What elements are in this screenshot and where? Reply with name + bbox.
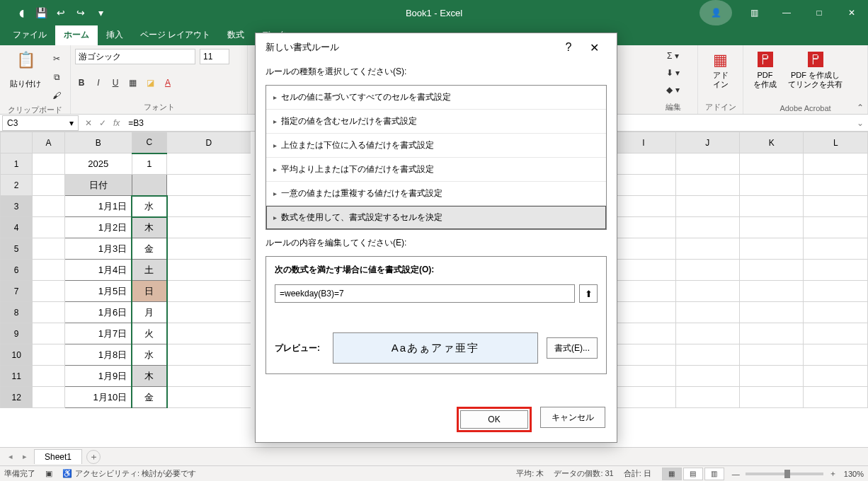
dialog-close-icon[interactable]: ✕ <box>581 41 607 54</box>
rule-type-item[interactable]: 上位または下位に入る値だけを書式設定 <box>266 134 606 158</box>
range-picker-icon[interactable]: ⬆ <box>579 284 598 303</box>
row-header[interactable]: 4 <box>1 217 33 238</box>
ribbon-mode-icon[interactable]: ▥ <box>738 0 770 25</box>
font-name-select[interactable] <box>75 49 195 64</box>
view-normal-button[interactable]: ▦ <box>662 468 682 480</box>
row-header[interactable]: 12 <box>1 387 33 408</box>
row-header[interactable]: 5 <box>1 238 33 260</box>
cell[interactable]: 1 <box>132 153 167 175</box>
cell[interactable]: 1月6日 <box>64 302 132 323</box>
paste-button[interactable]: 📋 貼り付け <box>4 48 47 103</box>
sheet-nav-prev-icon[interactable]: ◂ <box>6 452 16 461</box>
underline-button[interactable]: U <box>109 75 122 91</box>
column-header[interactable]: C <box>132 132 167 153</box>
zoom-level[interactable]: 130% <box>844 470 864 478</box>
border-button[interactable]: ▦ <box>126 75 139 91</box>
accessibility-icon[interactable]: ♿ <box>62 469 72 478</box>
font-size-select[interactable] <box>200 49 229 64</box>
cell[interactable]: 木 <box>132 217 167 238</box>
addins-button[interactable]: ▦ アド イン <box>702 48 738 92</box>
save-icon[interactable]: 💾 <box>33 4 50 21</box>
tab-formulas[interactable]: 数式 <box>219 25 253 45</box>
row-header[interactable]: 8 <box>1 302 33 323</box>
ok-button[interactable]: OK <box>460 410 528 429</box>
zoom-slider[interactable] <box>746 473 823 475</box>
dialog-help-icon[interactable]: ? <box>556 41 581 54</box>
sheet-tab[interactable]: Sheet1 <box>34 449 82 464</box>
column-header[interactable]: K <box>740 132 804 153</box>
rule-type-item[interactable]: 数式を使用して、書式設定するセルを決定 <box>266 206 606 229</box>
clear-icon[interactable]: ◆ ▾ <box>653 82 693 98</box>
tab-home[interactable]: ホーム <box>55 25 98 45</box>
format-button[interactable]: 書式(E)... <box>547 337 598 359</box>
column-header[interactable]: A <box>33 132 64 153</box>
cell[interactable]: 火 <box>132 323 167 344</box>
cell[interactable]: 日付 <box>64 175 132 196</box>
status-macro-icon[interactable]: ▣ <box>45 469 52 478</box>
column-header[interactable]: I <box>612 132 675 153</box>
cut-icon[interactable]: ✂ <box>50 51 64 66</box>
sheet-nav-next-icon[interactable]: ▸ <box>20 452 30 461</box>
rule-type-list[interactable]: セルの値に基づいてすべてのセルを書式設定指定の値を含むセルだけを書式設定上位また… <box>265 85 607 230</box>
row-header[interactable]: 7 <box>1 281 33 302</box>
cell[interactable]: 1月3日 <box>64 238 132 260</box>
row-header[interactable]: 3 <box>1 196 33 217</box>
pdf-share-button[interactable]: 🅿 PDF を作成し てリンクを共有 <box>782 48 848 92</box>
cell[interactable]: 1月10日 <box>64 387 132 408</box>
undo-icon[interactable]: ↩ <box>52 4 69 21</box>
column-header[interactable]: J <box>675 132 739 153</box>
cell[interactable]: 1月9日 <box>64 366 132 387</box>
cell[interactable]: 1月5日 <box>64 281 132 302</box>
row-header[interactable]: 1 <box>1 153 33 175</box>
fill-icon[interactable]: ⬇ ▾ <box>653 65 693 81</box>
font-color-button[interactable]: A <box>161 75 174 91</box>
tab-file[interactable]: ファイル <box>4 25 55 45</box>
cell[interactable]: 水 <box>132 196 167 217</box>
bold-button[interactable]: B <box>75 75 88 91</box>
rule-type-item[interactable]: 一意の値または重複する値だけを書式設定 <box>266 182 606 206</box>
row-header[interactable]: 2 <box>1 175 33 196</box>
column-header[interactable]: B <box>64 132 132 153</box>
cell[interactable]: 1月7日 <box>64 323 132 344</box>
cell[interactable]: 金 <box>132 387 167 408</box>
enter-formula-icon[interactable]: ✓ <box>99 118 106 128</box>
column-header[interactable]: L <box>804 132 868 153</box>
fx-icon[interactable]: fx <box>113 118 120 128</box>
fill-color-button[interactable]: ◪ <box>144 75 157 91</box>
zoom-in-button[interactable]: ＋ <box>829 468 837 479</box>
cell[interactable]: 木 <box>132 366 167 387</box>
cell[interactable] <box>132 175 167 196</box>
cell[interactable]: 水 <box>132 344 167 366</box>
accessibility-status[interactable]: アクセシビリティ: 検討が必要です <box>75 468 196 479</box>
cell[interactable]: 日 <box>132 281 167 302</box>
italic-button[interactable]: I <box>92 75 105 91</box>
collapse-ribbon-icon[interactable]: ⌃ <box>857 103 864 112</box>
row-header[interactable]: 6 <box>1 260 33 281</box>
autosum-icon[interactable]: Σ ▾ <box>653 48 693 64</box>
rule-type-item[interactable]: 指定の値を含むセルだけを書式設定 <box>266 110 606 134</box>
autosave-toggle[interactable]: ◖ <box>13 4 30 21</box>
qat-dropdown-icon[interactable]: ▾ <box>92 4 109 21</box>
row-header[interactable]: 11 <box>1 366 33 387</box>
close-icon[interactable]: ✕ <box>835 0 868 25</box>
minimize-icon[interactable]: — <box>770 0 803 25</box>
tab-page-layout[interactable]: ページ レイアウト <box>132 25 219 45</box>
view-page-layout-button[interactable]: ▤ <box>683 468 703 480</box>
rule-formula-input[interactable] <box>275 284 575 303</box>
view-page-break-button[interactable]: ▥ <box>704 468 724 480</box>
redo-icon[interactable]: ↪ <box>72 4 89 21</box>
cell[interactable]: 金 <box>132 238 167 260</box>
new-sheet-button[interactable]: ＋ <box>86 450 101 464</box>
zoom-out-button[interactable]: — <box>732 470 740 478</box>
row-header[interactable]: 9 <box>1 323 33 344</box>
row-header[interactable]: 10 <box>1 344 33 366</box>
rule-type-item[interactable]: セルの値に基づいてすべてのセルを書式設定 <box>266 86 606 110</box>
copy-icon[interactable]: ⧉ <box>50 69 64 85</box>
cell[interactable]: 月 <box>132 302 167 323</box>
cell[interactable]: 土 <box>132 260 167 281</box>
rule-type-item[interactable]: 平均より上または下の値だけを書式設定 <box>266 158 606 182</box>
pdf-create-button[interactable]: 🅿 PDF を作成 <box>748 48 782 92</box>
column-header[interactable]: D <box>167 132 251 153</box>
cell[interactable]: 1月2日 <box>64 217 132 238</box>
name-box-dropdown-icon[interactable]: ▾ <box>69 118 74 128</box>
